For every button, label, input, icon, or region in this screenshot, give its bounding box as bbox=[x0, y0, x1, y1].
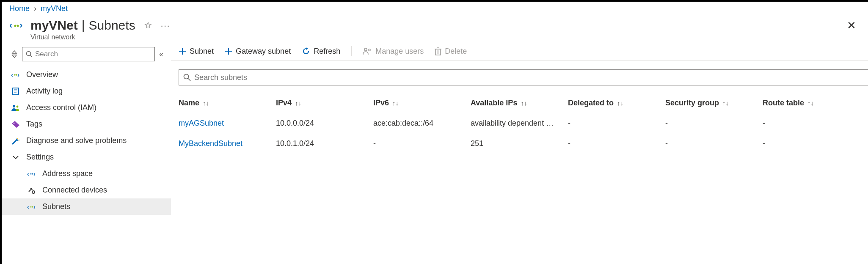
sidebar-item-tags[interactable]: Tags bbox=[2, 116, 171, 132]
page-title-divider: | bbox=[80, 18, 87, 32]
breadcrumb-home[interactable]: Home bbox=[9, 4, 30, 13]
refresh-button[interactable]: Refresh bbox=[302, 47, 340, 56]
page-header: ‹ › myVNet | Subnets ☆ ··· Virtual netwo… bbox=[2, 13, 868, 44]
close-icon[interactable]: ✕ bbox=[847, 19, 856, 32]
main-panel: Subnet Gateway subnet Refresh Manage use bbox=[171, 44, 868, 261]
breadcrumb: Home › myVNet bbox=[2, 2, 868, 13]
sidebar-collapse-icon[interactable]: « bbox=[159, 50, 163, 59]
people-icon bbox=[363, 47, 372, 55]
sidebar-item-label: Access control (IAM) bbox=[26, 103, 96, 112]
svg-point-23 bbox=[30, 173, 31, 174]
col-header-ipv4[interactable]: IPv4↑↓ bbox=[276, 99, 373, 107]
breadcrumb-vnet[interactable]: myVNet bbox=[41, 4, 68, 13]
svg-rect-11 bbox=[13, 88, 18, 94]
toolbar-label: Refresh bbox=[314, 47, 340, 56]
sort-icon: ↑↓ bbox=[521, 99, 527, 107]
sidebar-item-label: Address space bbox=[42, 169, 93, 178]
manage-users-button: Manage users bbox=[363, 47, 424, 56]
col-header-delegated[interactable]: Delegated to↑↓ bbox=[568, 99, 665, 107]
cell-ipv6: - bbox=[373, 139, 471, 148]
plus-icon bbox=[225, 47, 232, 55]
favorite-star-icon[interactable]: ☆ bbox=[144, 20, 152, 31]
table-row[interactable]: myAGSubnet 10.0.0.0/24 ace:cab:deca::/64… bbox=[179, 113, 868, 134]
vnet-small-icon: ‹› bbox=[11, 72, 20, 78]
sidebar-item-label: Subnets bbox=[42, 202, 70, 211]
address-space-icon: ‹› bbox=[27, 171, 36, 177]
sidebar-item-overview[interactable]: ‹› Overview bbox=[2, 66, 171, 83]
vnet-icon: ‹ › bbox=[9, 21, 24, 31]
table-header-row: Name↑↓ IPv4↑↓ IPv6↑↓ Available IPs↑↓ Del… bbox=[179, 93, 868, 113]
header-more-icon[interactable]: ··· bbox=[161, 21, 171, 30]
table-row[interactable]: MyBackendSubnet 10.0.1.0/24 - 251 - - - … bbox=[179, 134, 868, 154]
sidebar-item-label: Connected devices bbox=[42, 186, 107, 195]
refresh-icon bbox=[302, 47, 310, 55]
svg-text:›: › bbox=[19, 21, 22, 30]
svg-text:‹: ‹ bbox=[27, 204, 29, 210]
svg-text:›: › bbox=[33, 204, 36, 210]
sort-icon: ↑↓ bbox=[807, 99, 814, 107]
breadcrumb-separator: › bbox=[34, 4, 36, 13]
svg-point-1 bbox=[14, 25, 17, 27]
chevron-down-icon bbox=[11, 155, 20, 160]
tag-icon bbox=[11, 121, 20, 128]
subnet-search[interactable] bbox=[179, 69, 868, 85]
sidebar: « ‹› Overview Activity log Access contro… bbox=[2, 44, 171, 261]
people-icon bbox=[11, 104, 20, 112]
sidebar-search-input[interactable] bbox=[35, 50, 151, 58]
toolbar-label: Gateway subnet bbox=[236, 47, 291, 56]
svg-point-28 bbox=[30, 206, 31, 207]
col-header-name[interactable]: Name↑↓ bbox=[179, 99, 276, 107]
sidebar-item-label: Tags bbox=[26, 120, 42, 129]
svg-point-2 bbox=[17, 25, 19, 27]
sidebar-item-label: Diagnose and solve problems bbox=[26, 136, 127, 145]
col-header-route[interactable]: Route table↑↓ bbox=[763, 99, 860, 107]
svg-point-16 bbox=[17, 105, 19, 107]
sidebar-item-diagnose[interactable]: Diagnose and solve problems bbox=[2, 132, 171, 149]
svg-line-18 bbox=[13, 140, 17, 144]
sidebar-item-label: Settings bbox=[26, 153, 54, 162]
col-header-security[interactable]: Security group↑↓ bbox=[665, 99, 763, 107]
sidebar-expand-icon[interactable] bbox=[11, 50, 18, 58]
subnet-name-link[interactable]: myAGSubnet bbox=[179, 119, 276, 128]
trash-icon bbox=[435, 47, 441, 55]
sidebar-item-connected-devices[interactable]: Connected devices bbox=[2, 182, 171, 198]
svg-point-21 bbox=[19, 139, 19, 140]
subnets-icon: ‹› bbox=[27, 204, 36, 210]
sidebar-item-access-control[interactable]: Access control (IAM) bbox=[2, 99, 171, 116]
cell-security: - bbox=[665, 139, 763, 148]
sort-icon: ↑↓ bbox=[392, 99, 399, 107]
sidebar-item-label: Activity log bbox=[26, 87, 63, 96]
cell-ipv6: ace:cab:deca::/64 bbox=[373, 119, 471, 128]
connected-devices-icon bbox=[27, 187, 36, 194]
sidebar-search[interactable] bbox=[22, 47, 155, 61]
sidebar-item-subnets[interactable]: ‹› Subnets bbox=[2, 198, 171, 215]
col-header-ipv6[interactable]: IPv6↑↓ bbox=[373, 99, 471, 107]
cell-security: - bbox=[665, 119, 763, 128]
row-more-icon[interactable]: ··· bbox=[860, 138, 868, 149]
cell-route: - bbox=[763, 139, 860, 148]
subnet-search-input[interactable] bbox=[194, 73, 868, 82]
row-more-icon[interactable]: ··· bbox=[860, 118, 868, 129]
page-title-main: myVNet bbox=[30, 18, 78, 32]
svg-point-4 bbox=[27, 52, 31, 56]
svg-text:›: › bbox=[17, 72, 19, 78]
subnet-name-link[interactable]: MyBackendSubnet bbox=[179, 139, 276, 148]
svg-text:‹: ‹ bbox=[11, 72, 13, 78]
add-gateway-subnet-button[interactable]: Gateway subnet bbox=[225, 47, 291, 56]
sidebar-item-address-space[interactable]: ‹› Address space bbox=[2, 165, 171, 182]
page-subtitle: Virtual network bbox=[30, 33, 170, 41]
add-subnet-button[interactable]: Subnet bbox=[179, 47, 214, 56]
subnet-table: Name↑↓ IPv4↑↓ IPv6↑↓ Available IPs↑↓ Del… bbox=[179, 93, 868, 154]
svg-point-17 bbox=[14, 122, 15, 124]
diagnose-icon bbox=[11, 137, 20, 145]
cell-available: availability dependent … bbox=[471, 119, 568, 128]
svg-point-42 bbox=[184, 74, 189, 79]
col-header-available[interactable]: Available IPs↑↓ bbox=[471, 99, 568, 107]
toolbar-label: Delete bbox=[445, 47, 467, 56]
svg-point-26 bbox=[32, 191, 35, 193]
svg-point-36 bbox=[369, 49, 370, 51]
sidebar-item-settings[interactable]: Settings bbox=[2, 149, 171, 165]
cell-available: 251 bbox=[471, 139, 568, 148]
sidebar-item-activity-log[interactable]: Activity log bbox=[2, 83, 171, 99]
activity-log-icon bbox=[11, 87, 20, 96]
